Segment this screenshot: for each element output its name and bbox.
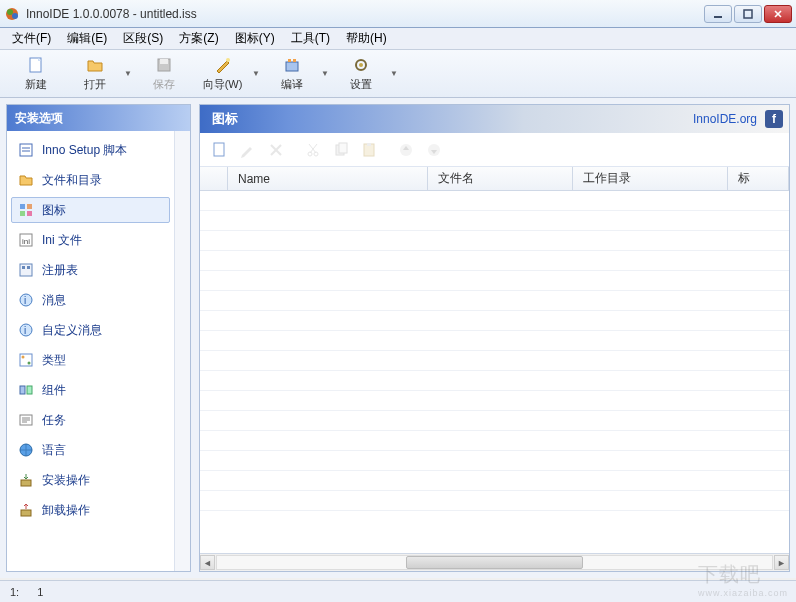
toolbar-settings-dropdown[interactable]: ▼: [390, 69, 402, 78]
sidebar-item-4[interactable]: 注册表: [11, 257, 170, 283]
facebook-icon[interactable]: f: [765, 110, 783, 128]
menu-icons[interactable]: 图标(Y): [227, 28, 283, 49]
table-row[interactable]: [200, 251, 789, 271]
scroll-thumb[interactable]: [406, 556, 583, 569]
svg-rect-12: [286, 62, 298, 71]
svg-point-33: [28, 362, 31, 365]
table-row[interactable]: [200, 391, 789, 411]
sidebar-item-11[interactable]: 安装操作: [11, 467, 170, 493]
sidebar-item-9[interactable]: 任务: [11, 407, 170, 433]
menu-edit[interactable]: 编辑(E): [59, 28, 115, 49]
svg-point-2: [12, 13, 18, 19]
sidebar-item-1[interactable]: 文件和目录: [11, 167, 170, 193]
table-row[interactable]: [200, 231, 789, 251]
workarea: 安装选项 Inno Setup 脚本文件和目录图标iniIni 文件注册表i消息…: [0, 98, 796, 578]
panel-cut-icon[interactable]: [303, 140, 323, 160]
components-icon: [18, 382, 34, 398]
window-controls: [704, 5, 792, 23]
registry-icon: [18, 262, 34, 278]
sidebar-item-label: Inno Setup 脚本: [42, 142, 127, 159]
panel-new-icon[interactable]: [210, 140, 230, 160]
toolbar-open[interactable]: 打开: [67, 53, 122, 95]
scroll-right-icon[interactable]: ►: [774, 555, 789, 570]
toolbar-compile[interactable]: 编译: [264, 53, 319, 95]
table-row[interactable]: [200, 431, 789, 451]
minimize-button[interactable]: [704, 5, 732, 23]
sidebar-item-7[interactable]: 类型: [11, 347, 170, 373]
table-row[interactable]: [200, 411, 789, 431]
panel-up-icon[interactable]: [396, 140, 416, 160]
sidebar-item-label: 任务: [42, 412, 66, 429]
svg-rect-17: [20, 144, 32, 156]
sidebar-item-10[interactable]: 语言: [11, 437, 170, 463]
table-row[interactable]: [200, 291, 789, 311]
sidebar-item-6[interactable]: i自定义消息: [11, 317, 170, 343]
grid-h-scrollbar[interactable]: ◄ ►: [200, 553, 789, 571]
svg-rect-31: [20, 354, 32, 366]
toolbar-wizard[interactable]: 向导(W): [195, 53, 250, 95]
panel-paste-icon[interactable]: [359, 140, 379, 160]
panel-down-icon[interactable]: [424, 140, 444, 160]
col-name[interactable]: Name: [228, 167, 428, 190]
sidebar-item-label: 自定义消息: [42, 322, 102, 339]
grid-row-selector-header[interactable]: [200, 167, 228, 190]
grid-header: Name 文件名 工作目录 标: [200, 167, 789, 191]
table-row[interactable]: [200, 271, 789, 291]
sidebar-item-3[interactable]: iniIni 文件: [11, 227, 170, 253]
menu-tools[interactable]: 工具(T): [283, 28, 338, 49]
svg-rect-4: [744, 10, 752, 18]
panel-edit-icon[interactable]: [238, 140, 258, 160]
sidebar-item-label: 语言: [42, 442, 66, 459]
table-row[interactable]: [200, 211, 789, 231]
toolbar-wizard-dropdown[interactable]: ▼: [252, 69, 264, 78]
table-row[interactable]: [200, 451, 789, 471]
table-row[interactable]: [200, 471, 789, 491]
table-row[interactable]: [200, 491, 789, 511]
table-row[interactable]: [200, 191, 789, 211]
sidebar: 安装选项 Inno Setup 脚本文件和目录图标iniIni 文件注册表i消息…: [6, 104, 191, 572]
sidebar-scrollbar[interactable]: [174, 131, 190, 571]
toolbar-save[interactable]: 保存: [136, 53, 191, 95]
maximize-button[interactable]: [734, 5, 762, 23]
col-filename[interactable]: 文件名: [428, 167, 573, 190]
sidebar-item-0[interactable]: Inno Setup 脚本: [11, 137, 170, 163]
menu-help[interactable]: 帮助(H): [338, 28, 395, 49]
svg-point-32: [22, 356, 25, 359]
toolbar-settings[interactable]: 设置: [333, 53, 388, 95]
sidebar-item-2[interactable]: 图标: [11, 197, 170, 223]
menu-file[interactable]: 文件(F): [4, 28, 59, 49]
save-icon: [154, 55, 174, 75]
menu-section[interactable]: 区段(S): [115, 28, 171, 49]
grid-body[interactable]: [200, 191, 789, 553]
toolbar: 新建 打开 ▼ 保存 向导(W) ▼ 编译 ▼ 设置 ▼: [0, 50, 796, 98]
svg-rect-18: [20, 204, 25, 209]
menu-project[interactable]: 方案(Z): [171, 28, 226, 49]
sidebar-item-8[interactable]: 组件: [11, 377, 170, 403]
scroll-left-icon[interactable]: ◄: [200, 555, 215, 570]
innoide-link[interactable]: InnoIDE.org: [693, 112, 757, 126]
table-row[interactable]: [200, 371, 789, 391]
sidebar-item-5[interactable]: i消息: [11, 287, 170, 313]
svg-rect-25: [22, 266, 25, 269]
status-col: 1: [37, 586, 61, 598]
toolbar-new[interactable]: 新建: [8, 53, 63, 95]
panel-toolbar: [200, 133, 789, 167]
col-icon[interactable]: 标: [728, 167, 789, 190]
col-workdir[interactable]: 工作目录: [573, 167, 728, 190]
svg-line-5: [775, 11, 781, 17]
table-row[interactable]: [200, 311, 789, 331]
svg-rect-26: [27, 266, 30, 269]
info-icon: i: [18, 322, 34, 338]
script-icon: [18, 142, 34, 158]
panel-delete-icon[interactable]: [266, 140, 286, 160]
table-row[interactable]: [200, 331, 789, 351]
table-row[interactable]: [200, 351, 789, 371]
titlebar: InnoIDE 1.0.0.0078 - untitled.iss: [0, 0, 796, 28]
toolbar-open-dropdown[interactable]: ▼: [124, 69, 136, 78]
open-icon: [85, 55, 105, 75]
sidebar-item-label: 安装操作: [42, 472, 90, 489]
toolbar-compile-dropdown[interactable]: ▼: [321, 69, 333, 78]
panel-copy-icon[interactable]: [331, 140, 351, 160]
sidebar-item-12[interactable]: 卸载操作: [11, 497, 170, 523]
close-button[interactable]: [764, 5, 792, 23]
